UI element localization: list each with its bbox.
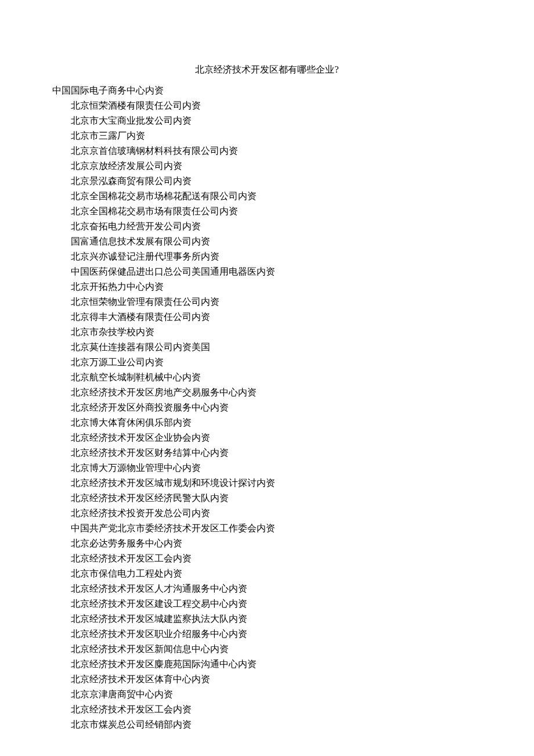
- list-item: 北京博大体育休闲俱乐部内资: [71, 415, 482, 430]
- list-item: 北京经济技术开发区城市规划和环境设计探讨内资: [71, 476, 482, 491]
- list-item: 北京经济技术开发区城建监察执法大队内资: [71, 611, 482, 627]
- list-item: 北京开拓热力中心内资: [71, 279, 482, 294]
- list-item: 北京恒荣物业管理有限责任公司内资: [71, 294, 482, 309]
- company-list: 北京恒荣酒楼有限责任公司内资北京市大宝商业批发公司内资北京市三露厂内资北京京首信…: [52, 98, 482, 732]
- list-item: 北京经济技术开发区职业介绍服务中心内资: [71, 627, 482, 642]
- list-item: 北京景泓森商贸有限公司内资: [71, 174, 482, 189]
- list-item: 北京市保信电力工程处内资: [71, 566, 482, 581]
- list-item: 北京奋拓电力经营开发公司内资: [71, 219, 482, 234]
- list-item: 北京市杂技学校内资: [71, 325, 482, 340]
- first-company-line: 中国国际电子商务中心内资: [52, 83, 482, 98]
- list-item: 北京得丰大酒楼有限责任公司内资: [71, 309, 482, 325]
- list-item: 北京经济技术开发区企业协会内资: [71, 430, 482, 445]
- list-item: 北京市三露厂内资: [71, 128, 482, 143]
- list-item: 北京全国棉花交易市场棉花配送有限公司内资: [71, 189, 482, 204]
- list-item: 北京经济技术开发区工会内资: [71, 702, 482, 717]
- list-item: 北京经济技术开发区体育中心内资: [71, 672, 482, 687]
- list-item: 北京经济技术投资开发总公司内资: [71, 506, 482, 521]
- list-item: 北京经济技术开发区建设工程交易中心内资: [71, 596, 482, 611]
- list-item: 北京经济技术开发区人才沟通服务中心内资: [71, 581, 482, 596]
- list-item: 北京京首信玻璃钢材料科技有限公司内资: [71, 143, 482, 159]
- list-item: 北京恒荣酒楼有限责任公司内资: [71, 98, 482, 113]
- list-item: 北京京津唐商贸中心内资: [71, 687, 482, 702]
- list-item: 北京全国棉花交易市场有限责任公司内资: [71, 204, 482, 219]
- list-item: 北京经济开发区外商投资服务中心内资: [71, 400, 482, 415]
- list-item: 北京莫仕连接器有限公司内资美国: [71, 340, 482, 355]
- list-item: 北京兴亦诚登记注册代理事务所内资: [71, 249, 482, 264]
- list-item: 中国医药保健品进出口总公司美国通用电器医内资: [71, 264, 482, 279]
- list-item: 北京经济技术开发区财务结算中心内资: [71, 445, 482, 460]
- list-item: 北京万源工业公司内资: [71, 355, 482, 370]
- list-item: 北京经济技术开发区工会内资: [71, 551, 482, 566]
- list-item: 北京航空长城制鞋机械中心内资: [71, 370, 482, 385]
- list-item: 北京经济技术开发区房地产交易服务中心内资: [71, 385, 482, 400]
- list-item: 北京京放经济发展公司内资: [71, 159, 482, 174]
- list-item: 北京必达劳务服务中心内资: [71, 536, 482, 551]
- list-item: 北京经济技术开发区新闻信息中心内资: [71, 642, 482, 657]
- list-item: 国富通信息技术发展有限公司内资: [71, 234, 482, 249]
- list-item: 北京经济技术开发区麋鹿苑国际沟通中心内资: [71, 657, 482, 672]
- list-item: 北京博大万源物业管理中心内资: [71, 460, 482, 476]
- list-item: 中国共产党北京市委经济技术开发区工作委会内资: [71, 521, 482, 536]
- list-item: 北京市煤炭总公司经销部内资: [71, 717, 482, 732]
- document-page: 北京经济技术开发区都有哪些企业? 中国国际电子商务中心内资 北京恒荣酒楼有限责任…: [0, 0, 534, 756]
- list-item: 北京经济技术开发区经济民警大队内资: [71, 491, 482, 506]
- page-title: 北京经济技术开发区都有哪些企业?: [52, 64, 482, 76]
- list-item: 北京市大宝商业批发公司内资: [71, 113, 482, 128]
